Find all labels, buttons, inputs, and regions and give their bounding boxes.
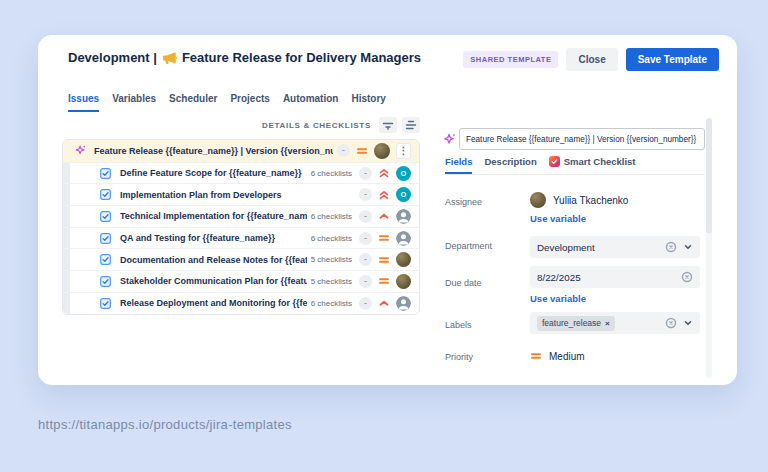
indent-guide	[63, 184, 70, 205]
row-meta: 5 checklists-	[311, 252, 411, 267]
priority-medium-icon	[530, 350, 542, 362]
chevron-down-icon[interactable]	[683, 242, 693, 252]
labels-select[interactable]: feature_release ×	[530, 312, 700, 334]
detail-tab-description[interactable]: Description	[484, 156, 536, 172]
priority-high-icon	[378, 297, 390, 309]
save-template-button[interactable]: Save Template	[626, 48, 719, 71]
shared-template-badge: SHARED TEMPLATE	[463, 51, 558, 68]
issue-row[interactable]: Documentation and Release Notes for {{fe…	[63, 248, 419, 270]
tab-history[interactable]: History	[351, 93, 385, 112]
detail-tab-label: Description	[484, 156, 536, 167]
collapse-details-button[interactable]	[379, 117, 397, 133]
row-meta: 6 checklists-	[311, 296, 411, 311]
clear-icon[interactable]	[681, 271, 693, 283]
row-menu-button[interactable]: ⋮	[396, 143, 411, 159]
chevron-down-icon[interactable]	[683, 318, 693, 328]
nav-tabs: IssuesVariablesSchedulerProjectsAutomati…	[68, 93, 386, 112]
issue-title: Stakeholder Communication Plan for {{fea…	[120, 276, 307, 286]
issue-title: Feature Release {{feature_name}} | Versi…	[94, 146, 333, 156]
priority-medium-icon	[378, 232, 390, 244]
row-meta: 6 checklists-O	[311, 166, 411, 181]
assignee-avatar	[530, 192, 546, 208]
estimate-chip: -	[359, 188, 372, 201]
smart-checklist-icon	[549, 156, 560, 167]
avatar-person-icon	[396, 209, 411, 224]
task-type-icon	[100, 189, 111, 200]
issue-title: Define Feature Scope for {{feature_name}…	[120, 168, 307, 178]
assignee-name: Yuliia Tkachenko	[553, 195, 628, 206]
summary-input[interactable]: Feature Release {{feature_name}} | Versi…	[459, 128, 705, 150]
priority-highest-icon	[378, 189, 390, 201]
avatar-person-icon	[396, 231, 411, 246]
indent-guide	[63, 163, 70, 184]
issue-row[interactable]: Stakeholder Communication Plan for {{fea…	[63, 270, 419, 292]
estimate-chip: -	[337, 144, 350, 157]
detail-tab-label: Fields	[445, 156, 472, 167]
assignee-use-variable-link[interactable]: Use variable	[530, 213, 586, 224]
task-type-icon	[100, 298, 111, 309]
remove-label-icon[interactable]: ×	[605, 319, 610, 328]
scrollbar-thumb[interactable]	[706, 118, 712, 233]
priority-medium-icon	[378, 254, 390, 266]
url-caption: https://titanapps.io/products/jira-templ…	[38, 417, 292, 432]
page-title: Development | Feature Release for Delive…	[68, 50, 421, 65]
checklists-count: 6 checklists	[311, 234, 352, 243]
due-date-input[interactable]: 8/22/2025	[530, 266, 700, 288]
summary-value: Feature Release {{feature_name}} | Versi…	[466, 135, 696, 144]
task-type-icon	[100, 211, 111, 222]
title-prefix: Development |	[68, 50, 157, 65]
avatar-photo	[396, 252, 411, 267]
tab-scheduler[interactable]: Scheduler	[169, 93, 217, 112]
tab-variables[interactable]: Variables	[112, 93, 156, 112]
issue-title: Release Deployment and Monitoring for {{…	[120, 298, 307, 308]
issue-row[interactable]: Release Deployment and Monitoring for {{…	[63, 292, 419, 314]
issue-row[interactable]: QA and Testing for {{feature_name}}6 che…	[63, 227, 419, 249]
labels-label: Labels	[445, 320, 472, 330]
tab-projects[interactable]: Projects	[230, 93, 269, 112]
epic-row[interactable]: Feature Release {{feature_name}} | Versi…	[63, 140, 419, 162]
label-chip[interactable]: feature_release ×	[537, 316, 615, 331]
collapse-details-icon	[382, 120, 394, 131]
priority-medium-icon	[378, 275, 390, 287]
title-main: Feature Release for Delivery Managers	[182, 50, 421, 65]
row-meta: 6 checklists-	[311, 231, 411, 246]
close-button[interactable]: Close	[566, 48, 617, 71]
avatar-photo	[374, 143, 390, 159]
row-meta: 6 checklists-	[311, 209, 411, 224]
detail-tab-label: Smart Checklist	[564, 156, 636, 167]
list-toolbar: DETAILS & CHECKLISTS	[62, 117, 420, 133]
department-select[interactable]: Development	[530, 236, 700, 258]
tab-automation[interactable]: Automation	[283, 93, 339, 112]
priority-medium-icon	[356, 145, 368, 157]
detail-tab-smart-checklist[interactable]: Smart Checklist	[549, 156, 636, 172]
priority-label: Priority	[445, 352, 473, 362]
template-editor-window: Development | Feature Release for Delive…	[38, 35, 737, 385]
task-type-icon	[100, 254, 111, 265]
scrollbar-track[interactable]	[706, 118, 712, 378]
row-meta: 5 checklists-	[311, 274, 411, 289]
checklists-count: 5 checklists	[311, 255, 352, 264]
clear-icon[interactable]	[665, 241, 677, 253]
row-meta: -⋮	[337, 143, 411, 159]
due-date-use-variable-link[interactable]: Use variable	[530, 293, 586, 304]
issue-row[interactable]: Technical Implementation for {{feature_n…	[63, 205, 419, 227]
due-date-value: 8/22/2025	[537, 272, 675, 283]
assignee-value[interactable]: Yuliia Tkachenko	[530, 192, 628, 208]
priority-highest-icon	[378, 167, 390, 179]
detail-tab-fields[interactable]: Fields	[445, 156, 472, 174]
estimate-chip: -	[359, 210, 372, 223]
sparkle-icon	[74, 144, 87, 157]
issue-row[interactable]: Define Feature Scope for {{feature_name}…	[63, 162, 419, 184]
estimate-chip: -	[359, 167, 372, 180]
megaphone-icon	[162, 51, 177, 65]
clear-icon[interactable]	[665, 317, 677, 329]
estimate-chip: -	[359, 253, 372, 266]
due-date-label: Due date	[445, 278, 482, 288]
task-type-icon	[100, 168, 111, 179]
issue-title: Documentation and Release Notes for {{fe…	[120, 255, 307, 265]
priority-value[interactable]: Medium	[530, 350, 585, 362]
issue-list: Feature Release {{feature_name}} | Versi…	[62, 139, 420, 315]
issue-row[interactable]: Implementation Plan from Developers-O	[63, 183, 419, 205]
collapse-checklists-button[interactable]	[402, 117, 420, 133]
tab-issues[interactable]: Issues	[68, 93, 99, 112]
